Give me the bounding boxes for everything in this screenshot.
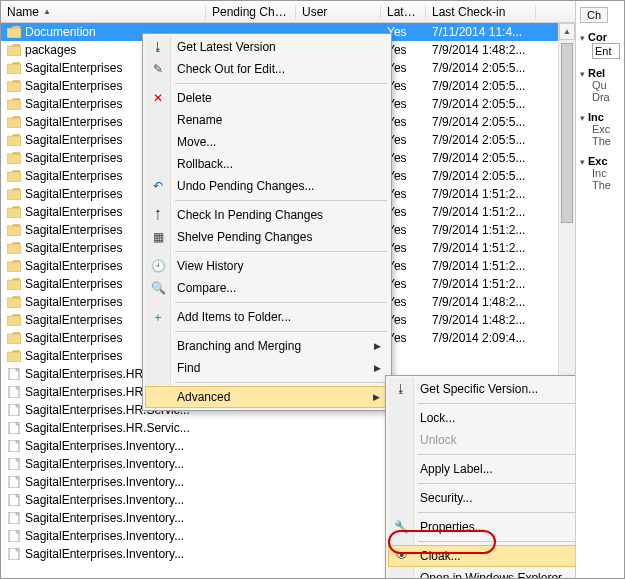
scroll-thumb[interactable] <box>561 43 573 223</box>
menu-add-items[interactable]: ＋Add Items to Folder... <box>145 306 389 328</box>
section-inc[interactable]: Inc <box>588 111 604 123</box>
row-name: SagitalEnterprises.HR.Servic... <box>25 421 190 435</box>
row-name: SagitalEnterprises <box>25 115 122 129</box>
link-qu[interactable]: Qu <box>592 79 620 91</box>
sort-asc-icon: ▲ <box>43 7 51 16</box>
file-icon <box>7 494 21 506</box>
label-dra: Dra <box>592 91 620 103</box>
row-name: SagitalEnterprises <box>25 61 122 75</box>
side-panel: Ch ▾Cor ▾Rel Qu Dra ▾Inc Exc The ▾Exc In… <box>576 1 624 578</box>
context-menu: ⭳Get Latest Version ✎Check Out for Edit.… <box>142 33 392 411</box>
file-icon <box>7 386 21 398</box>
cell-checkin: 7/9/2014 2:05:5... <box>426 61 536 75</box>
column-latest[interactable]: Latest <box>381 5 426 19</box>
menu-rollback[interactable]: Rollback... <box>145 153 389 175</box>
row-name: SagitalEnterprises <box>25 205 122 219</box>
menu-checkin[interactable]: ⭡Check In Pending Changes <box>145 204 389 226</box>
menu-label: Get Latest Version <box>177 40 276 54</box>
menu-label: Undo Pending Changes... <box>177 179 314 193</box>
menu-undo-pending[interactable]: ↶Undo Pending Changes... <box>145 175 389 197</box>
section-exc[interactable]: Exc <box>588 155 608 167</box>
menu-label: Check Out for Edit... <box>177 62 285 76</box>
compare-icon: 🔍 <box>150 280 166 296</box>
cell-checkin: 7/11/2014 11:4... <box>426 25 536 39</box>
label-the2: The <box>592 179 620 191</box>
menu-separator <box>175 251 387 252</box>
row-name: SagitalEnterprises <box>25 169 122 183</box>
folder-icon <box>7 296 21 308</box>
row-name: SagitalEnterprises <box>25 151 122 165</box>
menu-compare[interactable]: 🔍Compare... <box>145 277 389 299</box>
ent-input[interactable] <box>592 43 620 59</box>
cell-checkin: 7/9/2014 1:51:2... <box>426 277 536 291</box>
folder-icon <box>7 188 21 200</box>
folder-icon <box>7 242 21 254</box>
menu-separator <box>175 382 387 383</box>
menu-separator <box>418 403 576 404</box>
row-name: SagitalEnterprises <box>25 223 122 237</box>
row-name: SagitalEnterprises <box>25 97 122 111</box>
row-name: SagitalEnterprises <box>25 313 122 327</box>
submenu-arrow-icon: ▶ <box>374 363 381 373</box>
column-last-checkin[interactable]: Last Check-in <box>426 5 536 19</box>
menu-find[interactable]: Find▶ <box>145 357 389 379</box>
menu-branching[interactable]: Branching and Merging▶ <box>145 335 389 357</box>
undo-icon: ↶ <box>150 178 166 194</box>
collapse-icon[interactable]: ▾ <box>580 113 585 123</box>
scroll-up-icon[interactable]: ▲ <box>559 23 575 40</box>
submenu-arrow-icon: ▶ <box>374 341 381 351</box>
menu-view-history[interactable]: 🕘View History <box>145 255 389 277</box>
folder-icon <box>7 224 21 236</box>
menu-move[interactable]: Move... <box>145 131 389 153</box>
row-name: SagitalEnterprises.Inventory... <box>25 457 184 471</box>
folder-icon <box>7 134 21 146</box>
cell-checkin: 7/9/2014 2:05:5... <box>426 97 536 111</box>
menu-check-out[interactable]: ✎Check Out for Edit... <box>145 58 389 80</box>
cell-checkin: 7/9/2014 1:51:2... <box>426 205 536 219</box>
folder-icon <box>7 62 21 74</box>
menu-security[interactable]: Security... <box>388 487 576 509</box>
folder-icon <box>7 314 21 326</box>
file-icon <box>7 368 21 380</box>
collapse-icon[interactable]: ▾ <box>580 33 585 43</box>
ch-button[interactable]: Ch <box>580 7 608 23</box>
menu-get-specific[interactable]: ⭳Get Specific Version... <box>388 378 576 400</box>
column-pending-change[interactable]: Pending Change <box>206 5 296 19</box>
menu-lock[interactable]: Lock... <box>388 407 576 429</box>
column-name[interactable]: Name ▲ <box>1 5 206 19</box>
menu-apply-label[interactable]: Apply Label... <box>388 458 576 480</box>
grid-header: Name ▲ Pending Change User Latest Last C… <box>1 1 575 23</box>
collapse-icon[interactable]: ▾ <box>580 157 585 167</box>
menu-rename[interactable]: Rename <box>145 109 389 131</box>
menu-get-latest[interactable]: ⭳Get Latest Version <box>145 36 389 58</box>
column-user[interactable]: User <box>296 5 381 19</box>
menu-label: Apply Label... <box>420 462 493 476</box>
menu-label: View History <box>177 259 243 273</box>
file-icon <box>7 548 21 560</box>
cell-checkin: 7/9/2014 1:48:2... <box>426 313 536 327</box>
menu-label: Delete <box>177 91 212 105</box>
section-cor[interactable]: Cor <box>588 31 607 43</box>
menu-label: Unlock <box>420 433 457 447</box>
folder-icon <box>7 332 21 344</box>
file-icon <box>7 422 21 434</box>
cell-checkin: 7/9/2014 1:48:2... <box>426 295 536 309</box>
row-name: SagitalEnterprises.Inventory... <box>25 529 184 543</box>
menu-label: Get Specific Version... <box>420 382 538 396</box>
menu-shelve[interactable]: ▦Shelve Pending Changes <box>145 226 389 248</box>
row-name: SagitalEnterprises.Inventory... <box>25 511 184 525</box>
collapse-icon[interactable]: ▾ <box>580 69 585 79</box>
file-icon <box>7 530 21 542</box>
menu-open-explorer[interactable]: Open in Windows Explorer <box>388 567 576 578</box>
menu-separator <box>418 454 576 455</box>
menu-separator <box>418 483 576 484</box>
row-name: SagitalEnterprises <box>25 349 122 363</box>
menu-delete[interactable]: ✕Delete <box>145 87 389 109</box>
folder-icon <box>7 206 21 218</box>
folder-icon <box>7 44 21 56</box>
section-rel[interactable]: Rel <box>588 67 605 79</box>
menu-advanced[interactable]: Advanced▶ <box>145 386 389 408</box>
row-name: SagitalEnterprises.Inventory... <box>25 493 184 507</box>
menu-label: Rollback... <box>177 157 233 171</box>
cell-checkin: 7/9/2014 2:09:4... <box>426 331 536 345</box>
